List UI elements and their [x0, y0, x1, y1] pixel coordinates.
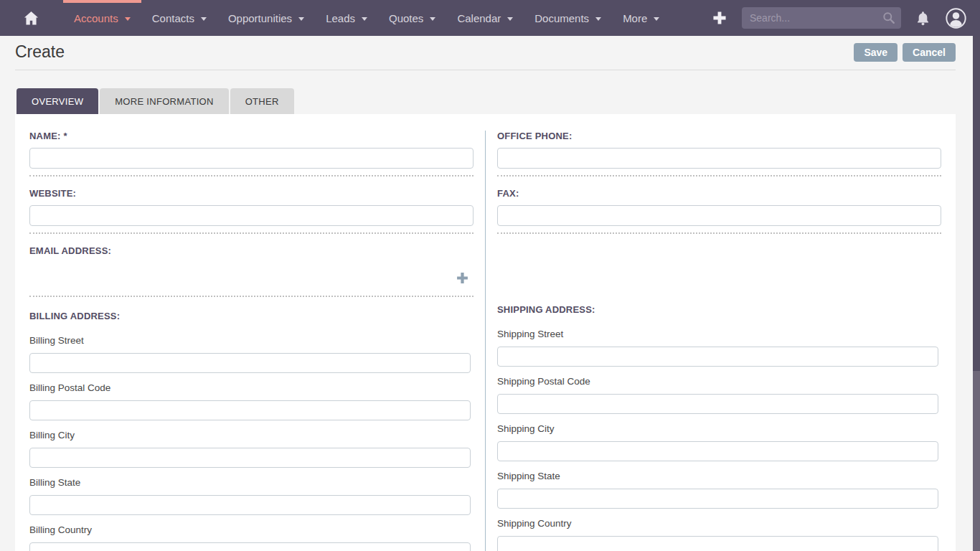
chevron-down-icon	[430, 17, 435, 21]
billing-address-heading: BILLING ADDRESS:	[29, 311, 473, 321]
field-shipping-city: Shipping City	[497, 423, 941, 461]
field-shipping-country: Shipping Country	[497, 518, 941, 551]
nav-item-calendar[interactable]: Calendar	[446, 0, 524, 36]
shipping-city-input[interactable]	[497, 441, 938, 461]
website-label: WEBSITE:	[29, 188, 473, 199]
shipping-postal-code-input[interactable]	[497, 394, 938, 414]
notifications-button[interactable]	[915, 11, 930, 26]
form-column-right: OFFICE PHONE: FAX: SHIPPING ADDRESS: Shi…	[485, 131, 941, 551]
nav-item-opportunities[interactable]: Opportunities	[217, 0, 315, 36]
website-input[interactable]	[29, 205, 473, 226]
search-input[interactable]	[742, 7, 901, 29]
page-title: Create	[15, 42, 849, 62]
billing-country-label: Billing Country	[29, 524, 473, 535]
name-input[interactable]	[29, 148, 473, 169]
field-billing-city: Billing City	[29, 430, 473, 468]
shipping-address-group: SHIPPING ADDRESS: Shipping Street Shippi…	[497, 304, 941, 551]
add-email-button[interactable]	[456, 271, 469, 285]
tab-more-information[interactable]: MORE INFORMATION	[100, 88, 228, 114]
shipping-country-input[interactable]	[497, 536, 938, 551]
top-navbar: Accounts Contacts Opportunities Leads Qu…	[0, 0, 980, 36]
form-tabs: OVERVIEW MORE INFORMATION OTHER	[17, 88, 956, 114]
plus-icon	[712, 10, 727, 26]
nav-item-leads[interactable]: Leads	[315, 0, 378, 36]
field-shipping-state: Shipping State	[497, 471, 941, 509]
billing-postal-code-input[interactable]	[29, 400, 471, 420]
plus-icon	[456, 271, 469, 285]
billing-street-input[interactable]	[29, 353, 471, 373]
search-box	[742, 7, 901, 29]
chevron-down-icon	[362, 17, 367, 21]
page-header: Create Save Cancel	[15, 36, 956, 70]
home-icon	[24, 11, 39, 26]
shipping-street-input[interactable]	[497, 347, 938, 367]
home-button[interactable]	[24, 11, 39, 26]
nav-item-contacts[interactable]: Contacts	[141, 0, 217, 36]
nav-item-documents[interactable]: Documents	[524, 0, 612, 36]
billing-postal-code-label: Billing Postal Code	[29, 382, 473, 393]
page-content: Create Save Cancel OVERVIEW MORE INFORMA…	[0, 36, 980, 551]
form-column-left: NAME: * WEBSITE: EMAIL ADDRESS:	[29, 131, 485, 551]
search-submit[interactable]	[882, 11, 895, 27]
billing-country-input[interactable]	[29, 542, 471, 551]
tab-other[interactable]: OTHER	[230, 88, 294, 114]
nav-item-label: Accounts	[74, 12, 118, 24]
field-email-address: EMAIL ADDRESS:	[29, 245, 473, 297]
billing-street-label: Billing Street	[29, 335, 473, 346]
shipping-state-label: Shipping State	[497, 471, 941, 481]
field-billing-street: Billing Street	[29, 335, 473, 373]
quick-create-button[interactable]	[712, 10, 727, 26]
nav-item-label: More	[623, 12, 647, 24]
page-scrollbar[interactable]	[973, 36, 980, 551]
chevron-down-icon	[201, 17, 207, 21]
form-panel: NAME: * WEBSITE: EMAIL ADDRESS:	[15, 114, 956, 551]
chevron-down-icon	[298, 17, 304, 21]
field-office-phone: OFFICE PHONE:	[497, 131, 941, 176]
nav-item-label: Leads	[326, 12, 355, 24]
office-phone-input[interactable]	[497, 148, 941, 169]
field-billing-state: Billing State	[29, 477, 473, 515]
field-separator	[29, 296, 473, 297]
field-separator	[497, 175, 941, 176]
shipping-postal-code-label: Shipping Postal Code	[497, 376, 941, 387]
billing-city-input[interactable]	[29, 448, 471, 468]
fax-label: FAX:	[497, 188, 941, 199]
office-phone-label: OFFICE PHONE:	[497, 131, 941, 141]
shipping-street-label: Shipping Street	[497, 329, 941, 339]
field-billing-postal-code: Billing Postal Code	[29, 382, 473, 420]
field-separator	[29, 175, 473, 176]
save-button[interactable]: Save	[854, 43, 897, 62]
email-address-label: EMAIL ADDRESS:	[29, 245, 473, 256]
chevron-down-icon	[507, 17, 513, 21]
scrollbar-thumb[interactable]	[973, 371, 980, 551]
chevron-down-icon	[654, 17, 659, 21]
bell-icon	[915, 11, 930, 26]
nav-item-label: Calendar	[457, 12, 501, 24]
shipping-address-heading: SHIPPING ADDRESS:	[497, 304, 941, 315]
chevron-down-icon	[125, 17, 131, 21]
column-spacer	[497, 245, 941, 304]
nav-item-accounts[interactable]: Accounts	[63, 0, 141, 36]
field-separator	[497, 232, 941, 234]
billing-state-input[interactable]	[29, 495, 471, 515]
shipping-city-label: Shipping City	[497, 423, 941, 434]
tab-overview[interactable]: OVERVIEW	[17, 88, 98, 114]
billing-city-label: Billing City	[29, 430, 473, 441]
fax-input[interactable]	[497, 205, 941, 226]
nav-items: Accounts Contacts Opportunities Leads Qu…	[63, 0, 670, 36]
nav-item-more[interactable]: More	[612, 0, 670, 36]
field-shipping-street: Shipping Street	[497, 329, 941, 367]
shipping-state-input[interactable]	[497, 489, 938, 509]
nav-item-quotes[interactable]: Quotes	[378, 0, 446, 36]
nav-item-label: Quotes	[389, 12, 423, 24]
cancel-button[interactable]: Cancel	[903, 43, 956, 62]
nav-item-label: Documents	[534, 12, 589, 24]
name-label: NAME: *	[29, 131, 473, 141]
shipping-country-label: Shipping Country	[497, 518, 941, 529]
field-separator	[29, 232, 473, 234]
field-billing-country: Billing Country	[29, 524, 473, 551]
search-icon	[882, 11, 895, 24]
avatar	[945, 7, 967, 29]
billing-state-label: Billing State	[29, 477, 473, 488]
user-menu-button[interactable]	[945, 7, 967, 29]
